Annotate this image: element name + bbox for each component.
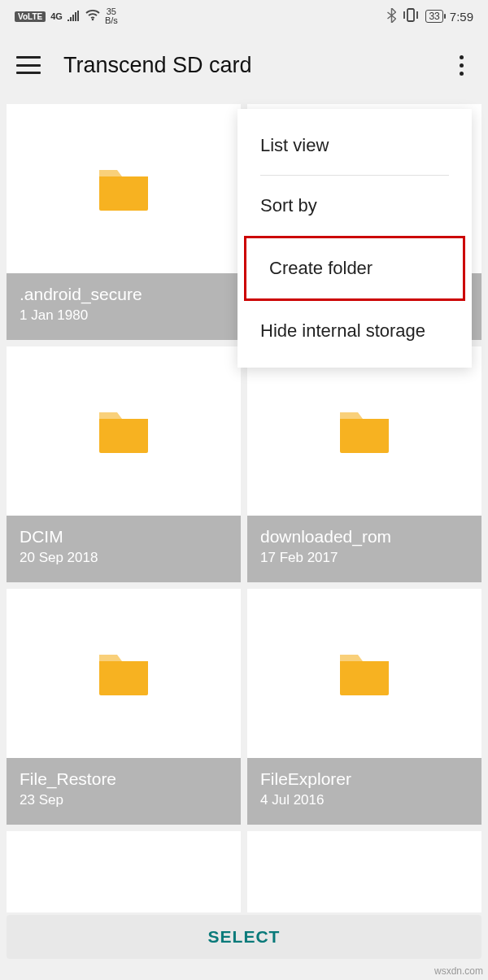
folder-name: FileExplorer	[260, 769, 468, 789]
folder-icon	[98, 167, 150, 211]
folder-icon	[338, 409, 390, 453]
hamburger-icon[interactable]	[16, 56, 41, 74]
menu-item-list-view[interactable]: List view	[237, 115, 472, 176]
signal-bars-icon	[68, 10, 81, 24]
folder-item-partial[interactable]	[247, 831, 481, 912]
menu-item-create-folder[interactable]: Create folder	[244, 236, 465, 301]
folder-name: File_Restore	[20, 769, 228, 789]
folder-date: 23 Sep	[20, 792, 228, 808]
svg-point-0	[92, 18, 94, 20]
folder-icon	[98, 409, 150, 453]
status-bar: VoLTE 4G 35 B/s 33 7:59	[0, 0, 488, 33]
folder-item-downloaded-rom[interactable]: downloaded_rom17 Feb 2017	[247, 346, 481, 582]
folder-date: 17 Feb 2017	[260, 550, 468, 566]
svg-rect-1	[407, 9, 414, 21]
menu-item-hide-internal[interactable]: Hide internal storage	[237, 301, 472, 361]
network-4g-label: 4G	[50, 11, 63, 21]
vibrate-icon	[403, 8, 419, 24]
battery-indicator: 33	[425, 10, 442, 23]
bluetooth-icon	[387, 8, 396, 25]
overflow-menu-icon[interactable]	[451, 47, 472, 84]
watermark: wsxdn.com	[434, 965, 483, 977]
app-bar: Transcend SD card	[0, 33, 488, 98]
volte-badge: VoLTE	[15, 11, 46, 22]
page-title: Transcend SD card	[63, 53, 429, 78]
folder-item-dcim[interactable]: DCIM20 Sep 2018	[7, 346, 241, 582]
folder-icon	[338, 651, 390, 695]
folder-item-file-explorer[interactable]: FileExplorer4 Jul 2016	[247, 589, 481, 825]
folder-name: DCIM	[20, 527, 228, 547]
folder-date: 4 Jul 2016	[260, 792, 468, 808]
overflow-menu: List view Sort by Create folder Hide int…	[237, 109, 472, 368]
select-button[interactable]: SELECT	[7, 915, 481, 959]
folder-item-file-restore[interactable]: File_Restore23 Sep	[7, 589, 241, 825]
menu-item-sort-by[interactable]: Sort by	[237, 176, 472, 236]
folder-date: 20 Sep 2018	[20, 550, 228, 566]
folder-name: .android_secure	[20, 285, 228, 304]
folder-item-android-secure[interactable]: .android_secure1 Jan 1980	[7, 104, 241, 340]
folder-name: downloaded_rom	[260, 527, 468, 547]
data-rate: 35 B/s	[105, 7, 118, 25]
clock: 7:59	[450, 10, 473, 24]
wifi-icon	[85, 10, 100, 24]
folder-item-partial[interactable]	[7, 831, 241, 912]
folder-icon	[98, 651, 150, 695]
folder-date: 1 Jan 1980	[20, 307, 228, 324]
